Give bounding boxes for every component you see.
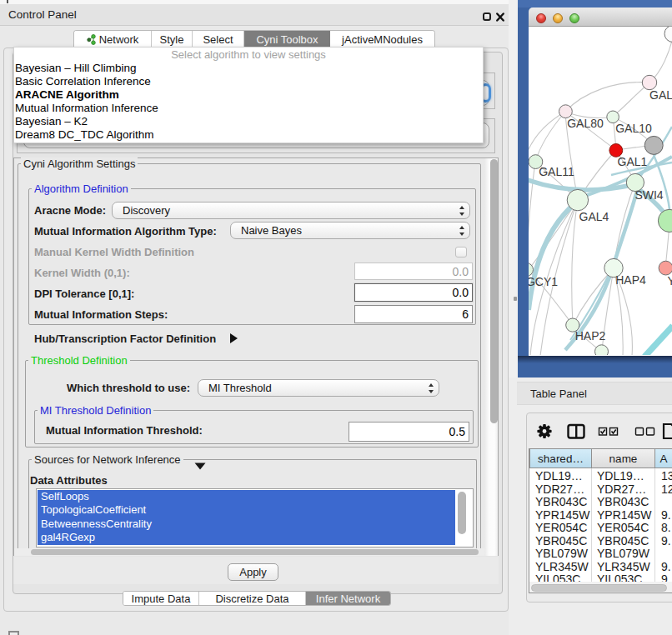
svg-text:GAL1: GAL1 xyxy=(618,155,648,168)
svg-text:GAL7: GAL7 xyxy=(649,88,672,102)
svg-text:GAL11: GAL11 xyxy=(539,165,574,178)
svg-text:HAP4: HAP4 xyxy=(615,273,646,287)
svg-text:HAP2: HAP2 xyxy=(575,329,606,342)
svg-text:SWI4: SWI4 xyxy=(634,188,663,202)
svg-text:GAL4: GAL4 xyxy=(579,210,609,223)
svg-text:GAL80: GAL80 xyxy=(567,117,604,130)
svg-text:YJ: YJ xyxy=(668,274,672,288)
svg-text:GCY1: GCY1 xyxy=(529,275,558,288)
svg-text:GAL10: GAL10 xyxy=(615,122,652,135)
